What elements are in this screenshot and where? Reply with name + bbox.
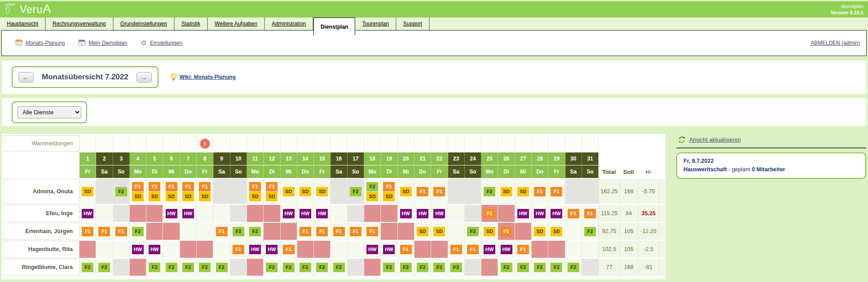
roster-cell-day-25[interactable] xyxy=(481,259,498,276)
roster-cell-day-15[interactable]: HW xyxy=(314,205,330,222)
roster-cell-day-24[interactable]: F2 xyxy=(465,223,481,240)
roster-cell-day-18[interactable]: F2SD xyxy=(364,179,381,204)
next-month-button[interactable]: → xyxy=(137,72,152,82)
roster-cell-day-27[interactable]: F2 xyxy=(515,259,532,276)
roster-cell-day-8[interactable] xyxy=(197,241,213,258)
roster-cell-day-17[interactable] xyxy=(348,205,364,222)
roster-cell-day-29[interactable]: HW xyxy=(548,205,565,222)
roster-cell-day-17[interactable]: F1 xyxy=(348,223,364,240)
roster-cell-day-29[interactable]: SD xyxy=(548,223,565,240)
roster-cell-day-24[interactable] xyxy=(465,259,481,276)
roster-cell-day-3[interactable] xyxy=(113,205,130,222)
roster-cell-day-19[interactable] xyxy=(381,205,397,222)
roster-cell-day-1[interactable]: F2 xyxy=(79,259,96,276)
roster-cell-day-7[interactable] xyxy=(180,241,197,258)
roster-cell-day-11[interactable]: F2 xyxy=(247,223,264,240)
roster-cell-day-23[interactable] xyxy=(448,223,465,240)
roster-cell-day-20[interactable]: SD xyxy=(398,179,414,204)
roster-cell-day-12[interactable]: HW xyxy=(264,241,280,258)
warning-icon[interactable]: ! xyxy=(200,139,210,148)
roster-cell-day-14[interactable]: SD xyxy=(297,179,314,204)
roster-cell-day-11[interactable]: F1SD xyxy=(247,179,264,204)
roster-cell-day-1[interactable]: HW xyxy=(79,205,96,222)
roster-cell-day-10[interactable]: F2 xyxy=(230,223,247,240)
roster-cell-day-7[interactable]: F2 xyxy=(180,259,197,276)
roster-cell-day-15[interactable] xyxy=(314,241,330,258)
roster-cell-day-29[interactable] xyxy=(548,241,565,258)
roster-cell-day-30[interactable]: F1 xyxy=(565,205,582,222)
roster-cell-day-18[interactable]: F1 xyxy=(364,223,381,240)
roster-cell-day-31[interactable] xyxy=(582,179,599,204)
roster-cell-day-5[interactable] xyxy=(146,223,163,240)
toolbar-link[interactable]: Monats-Planung xyxy=(26,40,65,46)
roster-cell-day-9[interactable] xyxy=(213,205,230,222)
roster-cell-day-21[interactable]: HW xyxy=(414,205,431,222)
tab-dienstplan[interactable]: Dienstplan xyxy=(313,17,355,35)
tab-tourenplan[interactable]: Tourenplan xyxy=(355,17,396,30)
roster-cell-day-23[interactable] xyxy=(448,179,465,204)
logout-link[interactable]: ABMELDEN (admin) xyxy=(811,40,860,46)
roster-cell-day-20[interactable]: HW xyxy=(398,205,414,222)
roster-cell-day-2[interactable]: F2 xyxy=(96,259,113,276)
roster-cell-day-18[interactable]: HW xyxy=(364,241,381,258)
roster-cell-day-24[interactable] xyxy=(465,205,481,222)
roster-cell-day-21[interactable]: F1 xyxy=(414,179,431,204)
roster-cell-day-16[interactable]: F2 xyxy=(330,259,347,276)
roster-cell-day-6[interactable] xyxy=(163,241,180,258)
roster-cell-day-4[interactable] xyxy=(130,259,146,276)
roster-cell-day-11[interactable] xyxy=(247,259,264,276)
roster-cell-day-25[interactable]: F2 xyxy=(481,179,498,204)
roster-cell-day-12[interactable]: F2 xyxy=(264,259,280,276)
roster-cell-day-11[interactable] xyxy=(247,205,264,222)
roster-cell-day-4[interactable]: F2 xyxy=(130,223,146,240)
roster-cell-day-3[interactable]: F1 xyxy=(113,223,130,240)
roster-cell-day-17[interactable] xyxy=(348,241,364,258)
roster-cell-day-18[interactable] xyxy=(364,259,381,276)
roster-cell-day-6[interactable]: HW xyxy=(163,205,180,222)
roster-cell-day-4[interactable] xyxy=(130,205,146,222)
roster-cell-day-31[interactable]: F1 xyxy=(582,205,599,222)
service-filter-select[interactable]: Alle Dienste xyxy=(18,106,81,118)
roster-cell-day-27[interactable] xyxy=(515,223,532,240)
roster-cell-day-9[interactable]: F2 xyxy=(213,259,230,276)
roster-cell-day-12[interactable] xyxy=(264,223,280,240)
roster-cell-day-7[interactable]: HW xyxy=(180,205,197,222)
roster-cell-day-9[interactable] xyxy=(213,179,230,204)
roster-cell-day-28[interactable]: F2 xyxy=(532,259,548,276)
roster-cell-day-12[interactable] xyxy=(264,205,280,222)
roster-cell-day-7[interactable]: F1SD xyxy=(180,179,197,204)
roster-cell-day-8[interactable] xyxy=(197,223,213,240)
roster-cell-day-26[interactable]: HW xyxy=(498,241,515,258)
roster-cell-day-27[interactable]: SD xyxy=(515,179,532,204)
roster-cell-day-26[interactable] xyxy=(498,205,515,222)
roster-cell-day-17[interactable]: F2 xyxy=(348,179,364,204)
roster-cell-day-8[interactable]: F1SD xyxy=(197,179,213,204)
roster-cell-day-9[interactable] xyxy=(213,241,230,258)
roster-cell-day-19[interactable]: F2 xyxy=(381,259,397,276)
toolbar-link[interactable]: Einstellungen xyxy=(150,40,182,46)
roster-cell-day-8[interactable] xyxy=(197,205,213,222)
tab-administration[interactable]: Administration xyxy=(265,17,313,30)
roster-cell-day-20[interactable] xyxy=(398,223,414,240)
roster-cell-day-16[interactable]: F1 xyxy=(330,223,347,240)
tab-weitere aufgaben[interactable]: Weitere Aufgaben xyxy=(208,17,265,30)
roster-cell-day-27[interactable]: HW xyxy=(515,205,532,222)
roster-cell-day-13[interactable] xyxy=(281,223,297,240)
roster-cell-day-24[interactable]: F1 xyxy=(465,241,481,258)
roster-cell-day-2[interactable] xyxy=(96,205,113,222)
roster-cell-day-3[interactable] xyxy=(113,241,130,258)
roster-cell-day-5[interactable]: HW xyxy=(146,241,163,258)
roster-cell-day-12[interactable]: F1SD xyxy=(264,179,280,204)
roster-cell-day-13[interactable]: F2 xyxy=(281,259,297,276)
tab-rechnungsverwaltung[interactable]: Rechnungsverwaltung xyxy=(46,17,114,30)
roster-cell-day-10[interactable]: F1 xyxy=(230,241,247,258)
roster-cell-day-8[interactable]: F2 xyxy=(197,259,213,276)
roster-cell-day-6[interactable]: F2 xyxy=(163,259,180,276)
roster-cell-day-13[interactable]: F1 xyxy=(281,241,297,258)
roster-cell-day-30[interactable]: F2 xyxy=(565,259,582,276)
roster-cell-day-25[interactable]: F1 xyxy=(481,205,498,222)
roster-cell-day-23[interactable]: F1 xyxy=(448,241,465,258)
roster-cell-day-11[interactable]: HW xyxy=(247,241,264,258)
roster-cell-day-3[interactable]: F2 xyxy=(113,179,130,204)
roster-cell-day-1[interactable]: F1 xyxy=(79,223,96,240)
